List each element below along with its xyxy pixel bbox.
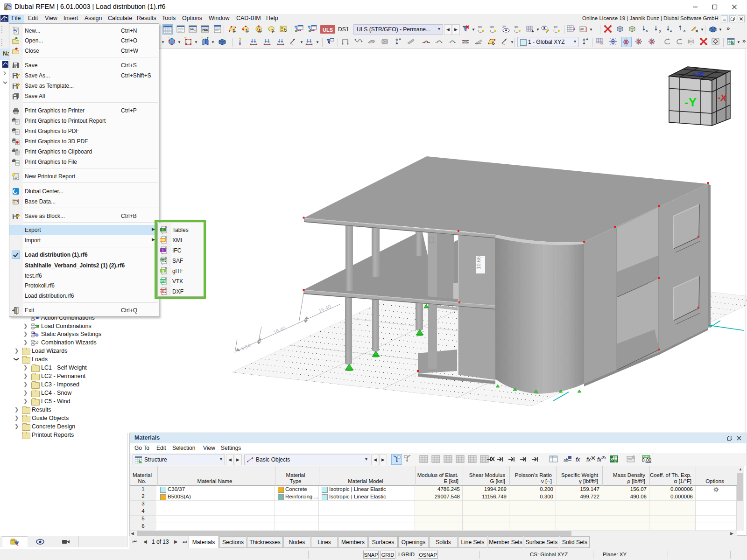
svg-text:fx: fx: [597, 456, 602, 463]
svg-text:g: g: [162, 269, 164, 273]
svg-text:XML: XML: [160, 238, 166, 242]
svg-text:0,: 0,: [642, 458, 646, 463]
svg-text:x²²: x²²: [514, 25, 519, 28]
svg-text:-X: -X: [717, 92, 727, 103]
svg-text:SAF: SAF: [160, 259, 166, 262]
svg-text:z: z: [670, 28, 672, 33]
svg-text:ab: ab: [564, 458, 568, 462]
svg-text:I: I: [162, 249, 163, 252]
svg-text:6: 6: [5, 7, 7, 11]
svg-text:ab: ab: [580, 28, 584, 31]
svg-text:16.40: 16.40: [272, 325, 286, 335]
svg-text:9.84: 9.84: [240, 343, 251, 352]
svg-text:x²²: x²²: [554, 25, 558, 28]
svg-text:10.66: 10.66: [476, 256, 481, 269]
svg-text:X: X: [611, 457, 613, 462]
svg-text:fx: fx: [576, 456, 580, 463]
svg-text:>>_: >>_: [190, 28, 196, 31]
svg-text:x²²: x²²: [490, 25, 494, 28]
svg-text:16.40: 16.40: [317, 303, 331, 314]
svg-text:DXF: DXF: [160, 290, 166, 293]
svg-text:-Y: -Y: [684, 95, 697, 109]
svg-text:x²²: x²²: [478, 25, 482, 28]
svg-text:-y: -y: [658, 28, 662, 33]
svg-text:fx: fx: [586, 456, 591, 463]
svg-text:x²²: x²²: [502, 25, 506, 28]
svg-text:>sc: >sc: [202, 28, 208, 32]
svg-text:VTK: VTK: [160, 280, 166, 283]
svg-text:00: 00: [646, 458, 652, 463]
svg-text:T: T: [162, 228, 164, 231]
svg-text:-x: -x: [682, 28, 686, 33]
svg-text:x: x: [646, 28, 648, 33]
svg-text:ULS: ULS: [323, 27, 333, 33]
